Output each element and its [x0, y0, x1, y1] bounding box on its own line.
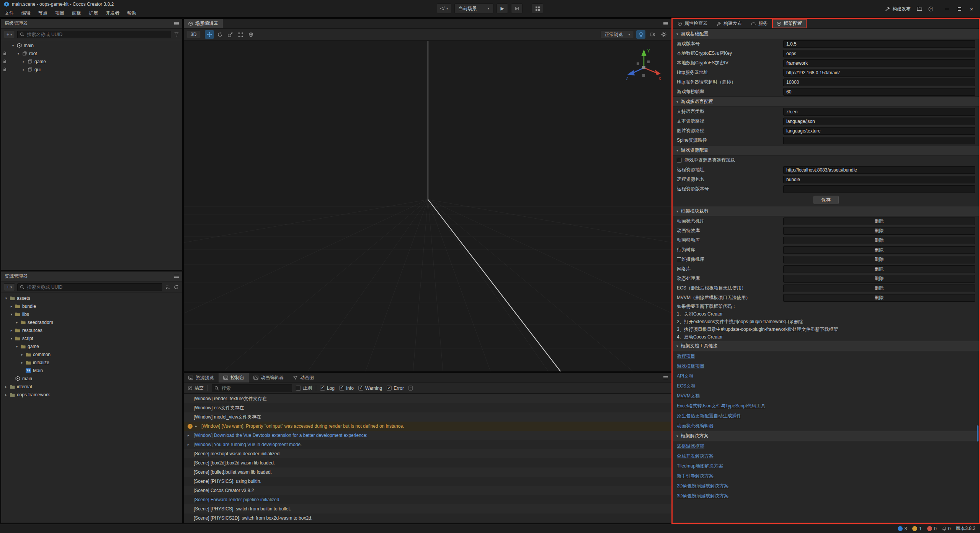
view-mode-select[interactable]: 正常浏览 ▾	[601, 31, 634, 38]
inspector-tab-0[interactable]: 属性检查器	[673, 19, 712, 28]
console-tab-2[interactable]: 动画编辑器	[249, 373, 288, 383]
panel-menu-icon[interactable]	[174, 22, 179, 25]
section-header[interactable]: ▾框架模块裁剪	[673, 206, 979, 216]
doc-link[interactable]: 教程项目	[677, 353, 695, 360]
section-header[interactable]: ▾框架解决方案	[673, 431, 979, 441]
assets-node-resources[interactable]: ▸resources	[1, 326, 182, 334]
warning-message-counter[interactable]: 1	[912, 526, 922, 531]
menu-item-6[interactable]: 开发者	[102, 9, 123, 17]
section-header[interactable]: ▾框架文档工具链接	[673, 341, 979, 351]
log-row[interactable]: [Window] model_view文件夹存在	[184, 412, 671, 422]
property-input[interactable]	[783, 108, 975, 116]
sort-icon[interactable]	[165, 285, 171, 289]
current-scene-select[interactable]: 当前场景 ▾	[454, 3, 494, 13]
solution-link[interactable]: 3D角色扮演游戏解决方案	[677, 493, 728, 499]
doc-link[interactable]: 原生包热更新配置自动生成插件	[677, 413, 741, 419]
expand-arrow-icon[interactable]: ▾	[10, 44, 16, 47]
assets-node-game[interactable]: ▾game	[1, 342, 182, 350]
checkbox-icon[interactable]	[387, 386, 392, 391]
doc-link[interactable]: API文档	[677, 373, 693, 379]
doc-link[interactable]: ECS文档	[677, 383, 696, 389]
log-row[interactable]: [Scene] [PHYSICS]: using builtin.	[184, 477, 671, 486]
menu-item-1[interactable]: 编辑	[18, 9, 34, 17]
log-row[interactable]: [Scene] meshopt wasm decoder initialized	[184, 449, 671, 458]
property-input[interactable]	[783, 69, 975, 77]
delete-module-button[interactable]: 删除	[783, 256, 975, 263]
doc-link[interactable]: Excel格式转Json文件与TypeScript代码工具	[677, 403, 765, 409]
delete-module-button[interactable]: 删除	[783, 227, 975, 235]
solution-link[interactable]: 战棋游戏框架	[677, 443, 704, 450]
log-row[interactable]: [Scene] Forward render pipeline initiali…	[184, 495, 671, 504]
create-asset-button[interactable]: +▾	[4, 283, 15, 291]
scene-light-toggle[interactable]	[636, 30, 645, 39]
minimize-button[interactable]	[941, 3, 953, 15]
world-space-toggle[interactable]	[246, 30, 255, 39]
scene-camera-icon[interactable]	[648, 30, 657, 39]
log-row[interactable]: [Scene] [PHYSICS]: switch from builtin t…	[184, 504, 671, 513]
log-row[interactable]: [Scene] [PHYSICS2D]: switch from box2d-w…	[184, 513, 671, 523]
log-row[interactable]: ▸[Window] Download the Vue Devtools exte…	[184, 431, 671, 440]
delete-module-button[interactable]: 删除	[783, 246, 975, 254]
filter-icon[interactable]	[173, 32, 180, 37]
info-message-counter[interactable]: 3	[898, 526, 907, 531]
dimension-toggle-button[interactable]: 3D	[187, 31, 200, 38]
tab-scene-editor[interactable]: 场景编辑器	[184, 19, 223, 28]
log-row[interactable]: [Scene] [box2d]:box2d wasm lib loaded.	[184, 458, 671, 468]
assets-search-input[interactable]	[26, 284, 160, 290]
scale-tool[interactable]	[225, 30, 235, 39]
menu-item-2[interactable]: 节点	[34, 9, 51, 17]
close-button[interactable]: ×	[965, 3, 978, 15]
filter-warning[interactable]: Warning	[358, 386, 382, 391]
create-node-button[interactable]: +▾	[4, 31, 15, 38]
inspector-tab-2[interactable]: 服务	[746, 19, 772, 28]
log-row[interactable]: !▸[Window] [Vue warn]: Property "onInput…	[184, 422, 671, 431]
expand-arrow-icon[interactable]: ▸	[14, 320, 20, 324]
assets-node-main[interactable]: main	[1, 374, 182, 383]
panel-menu-icon[interactable]	[663, 376, 668, 379]
hierarchy-node-game[interactable]: ▸game	[1, 57, 182, 65]
delete-module-button[interactable]: 删除	[783, 265, 975, 273]
menu-item-3[interactable]: 项目	[51, 9, 68, 17]
assets-node-assets[interactable]: ▾assets	[1, 294, 182, 302]
property-input[interactable]	[783, 88, 975, 96]
expand-arrow-icon[interactable]: ▾	[16, 52, 21, 56]
assets-node-internal[interactable]: ▸internal	[1, 383, 182, 391]
console-clear-button[interactable]: 清空	[188, 385, 204, 391]
hierarchy-node-gui[interactable]: ▸gui	[1, 65, 182, 74]
menu-item-5[interactable]: 扩展	[85, 9, 102, 17]
delete-module-button[interactable]: 删除	[783, 294, 975, 302]
log-row[interactable]: [Window] render_texture文件夹存在	[184, 394, 671, 403]
hierarchy-node-main[interactable]: ▾main	[1, 41, 182, 49]
assets-node-common[interactable]: ▸common	[1, 350, 182, 358]
inspector-tab-1[interactable]: 构建发布	[712, 19, 746, 28]
property-input[interactable]	[783, 176, 975, 183]
expand-arrow-icon[interactable]: ▾	[9, 337, 14, 340]
maximize-button[interactable]	[953, 3, 965, 15]
log-row[interactable]: [Window] ecs文件夹存在	[184, 403, 671, 412]
expand-chevron-icon[interactable]: ▸	[195, 424, 199, 428]
filter-error[interactable]: Error	[387, 386, 404, 391]
menu-item-0[interactable]: 文件	[1, 9, 18, 17]
expand-arrow-icon[interactable]: ▸	[3, 385, 9, 389]
expand-arrow-icon[interactable]: ▾	[14, 345, 20, 348]
expand-arrow-icon[interactable]: ▾	[9, 312, 14, 316]
notification-counter[interactable]: 0	[942, 526, 951, 531]
assets-node-Main[interactable]: TSMain	[1, 366, 182, 374]
regex-toggle[interactable]: 正则	[296, 385, 312, 391]
hierarchy-search-input[interactable]	[26, 31, 168, 38]
console-tab-3[interactable]: 动画图	[288, 373, 318, 383]
property-input[interactable]	[783, 127, 975, 135]
section-header[interactable]: ▾游戏基础配置	[673, 29, 979, 39]
preview-platform-button[interactable]: ▾	[437, 3, 451, 13]
expand-arrow-icon[interactable]: ▸	[9, 304, 14, 308]
property-input[interactable]	[783, 137, 975, 144]
log-row[interactable]: [Scene] [bullet]:bullet wasm lib loaded.	[184, 468, 671, 477]
doc-link[interactable]: 游戏模板项目	[677, 363, 704, 370]
delete-module-button[interactable]: 删除	[783, 284, 975, 292]
checkbox-icon[interactable]	[358, 386, 363, 391]
expand-chevron-icon[interactable]: ▸	[188, 433, 191, 437]
console-tab-1[interactable]: 控制台	[219, 373, 249, 383]
remote-load-checkbox[interactable]	[677, 158, 682, 163]
doc-link[interactable]: 动画状态机编辑器	[677, 423, 714, 429]
rotate-tool[interactable]	[215, 30, 224, 39]
